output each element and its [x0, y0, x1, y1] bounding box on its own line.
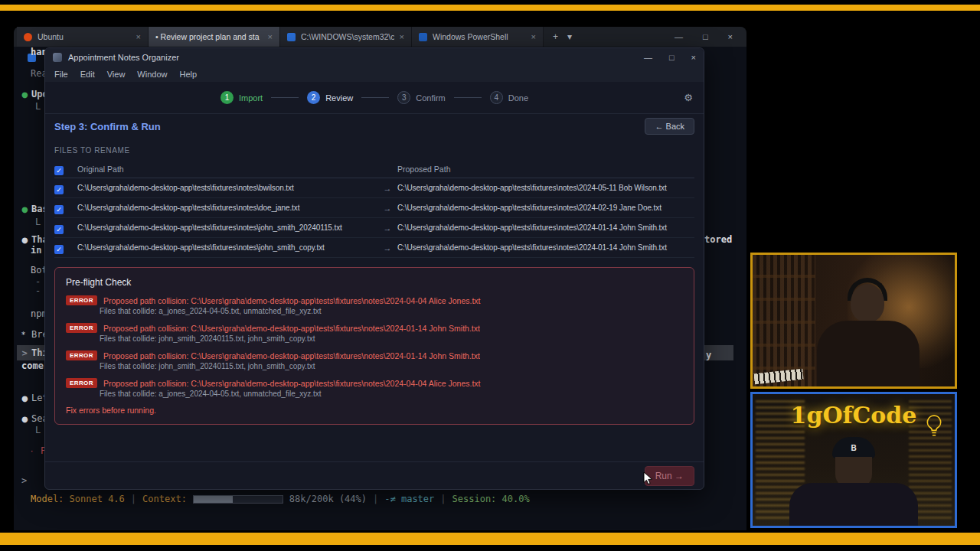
table-header: ✓ Original Path Proposed Path — [54, 160, 694, 178]
session-usage: Session: 40.0% — [452, 494, 530, 504]
proposed-path: C:\Users\graha\demo-desktop-app\tests\fi… — [397, 204, 694, 212]
error-item: ERRORProposed path collision: C:\Users\g… — [66, 295, 683, 315]
stream-frame-top — [0, 5, 980, 11]
terminal-statusbar: Model: Sonnet 4.6 | Context: 88k/200k (4… — [31, 494, 530, 504]
menu-item-edit[interactable]: Edit — [74, 70, 101, 79]
row-checkbox[interactable]: ✓ — [54, 245, 64, 254]
organizer-footer: Run → — [45, 461, 704, 489]
arrow-icon: → — [377, 204, 397, 213]
context-usage: 88k/200k (44%) — [289, 494, 367, 504]
row-checkbox[interactable]: ✓ — [54, 185, 64, 194]
menu-item-file[interactable]: File — [48, 70, 74, 79]
streamer-body — [817, 321, 920, 389]
webcam-facecam-bottom: 1gOfCode B — [750, 392, 957, 528]
error-detail: Files that collide: john_smith_20240115.… — [100, 334, 683, 343]
powershell-tab-icon — [419, 33, 427, 41]
context-label: Context: — [142, 494, 187, 504]
row-checkbox[interactable]: ✓ — [54, 205, 64, 214]
arrow-icon: → — [377, 184, 397, 193]
error-badge: ERROR — [66, 323, 97, 333]
tab-close-icon[interactable]: × — [268, 32, 273, 41]
model-label: Model: Sonnet 4.6 — [31, 494, 125, 504]
tab-label: C:\WINDOWS\system32\cmd.e — [301, 32, 394, 41]
maximize-button[interactable]: □ — [669, 53, 675, 62]
terminal-text-fragment: L — [35, 425, 41, 435]
window-title: Appointment Notes Organizer — [68, 53, 179, 62]
original-path: C:\Users\graha\demo-desktop-app\tests\fi… — [77, 223, 377, 232]
organizer-titlebar[interactable]: Appointment Notes Organizer — □ × — [45, 48, 704, 67]
mouse-cursor — [642, 471, 655, 485]
terminal-minimize-button[interactable]: — — [675, 32, 683, 41]
table-row: ✓ C:\Users\graha\demo-desktop-app\tests\… — [54, 218, 694, 238]
close-button[interactable]: × — [691, 53, 696, 62]
tab-review-plan[interactable]: • Review project plan and sta × — [149, 27, 280, 47]
menu-item-window[interactable]: Window — [131, 70, 173, 79]
error-item: ERRORProposed path collision: C:\Users\g… — [66, 323, 683, 343]
error-message: Proposed path collision: C:\Users\graha\… — [103, 351, 480, 360]
step-done[interactable]: 4 Done — [490, 91, 528, 104]
error-detail: Files that collide: a_jones_2024-04-05.t… — [100, 307, 683, 315]
step-confirm[interactable]: 3 Confirm — [397, 91, 446, 104]
error-badge: ERROR — [66, 350, 97, 360]
branch-icon: -≠ — [384, 494, 395, 504]
new-tab-button[interactable]: + — [553, 31, 558, 42]
original-path: C:\Users\graha\demo-desktop-app\tests\fi… — [77, 184, 377, 192]
step-label: Done — [508, 93, 528, 103]
step-import[interactable]: 1 Import — [220, 91, 263, 104]
lightbulb-icon — [924, 414, 944, 439]
tab-close-icon[interactable]: × — [531, 32, 536, 41]
arrow-icon: → — [377, 243, 397, 253]
error-item: ERRORProposed path collision: C:\Users\g… — [66, 378, 683, 398]
step-circle: 2 — [307, 91, 320, 104]
tab-dropdown-button[interactable]: ▾ — [567, 31, 572, 42]
row-checkbox[interactable]: ✓ — [54, 225, 64, 234]
rename-table: ✓ Original Path Proposed Path ✓ C:\Users… — [54, 160, 694, 258]
terminal-text-fragment: L — [35, 101, 41, 112]
back-button[interactable]: ← Back — [645, 118, 694, 135]
streamer-head — [851, 284, 884, 322]
tab-label: • Review project plan and sta — [155, 32, 263, 41]
wizard-stepper: 1 Import 2 Review 3 Confirm 4 Done ⚙ — [45, 82, 704, 114]
tab-label: Ubuntu — [38, 32, 131, 41]
proposed-path: C:\Users\graha\demo-desktop-app\tests\fi… — [397, 223, 694, 232]
step-circle: 1 — [220, 91, 234, 104]
bookshelf — [753, 255, 815, 386]
error-detail: Files that collide: john_smith_20240115.… — [100, 362, 683, 370]
terminal-maximize-button[interactable]: □ — [703, 32, 708, 41]
tab-close-icon[interactable]: × — [400, 32, 404, 41]
step-label: Confirm — [416, 93, 446, 103]
tab-label: Windows PowerShell — [433, 32, 526, 41]
original-path: C:\Users\graha\demo-desktop-app\tests\fi… — [77, 243, 377, 252]
git-branch: -≠ master — [384, 494, 434, 504]
preflight-footer-note: Fix errors before running. — [66, 406, 683, 415]
step-review[interactable]: 2 Review — [307, 91, 353, 104]
select-all-checkbox[interactable]: ✓ — [54, 166, 64, 175]
tab-close-icon[interactable]: × — [136, 32, 141, 41]
context-progressbar — [193, 495, 283, 504]
menu-item-view[interactable]: View — [101, 70, 132, 79]
column-proposed-path: Proposed Path — [397, 165, 694, 174]
cmd-tab-icon — [287, 33, 296, 41]
menu-item-help[interactable]: Help — [173, 70, 203, 79]
tab-cmd[interactable]: C:\WINDOWS\system32\cmd.e × — [280, 27, 412, 47]
terminal-text-fragment: in — [31, 245, 41, 256]
tab-powershell[interactable]: Windows PowerShell × — [412, 27, 544, 47]
files-section-title: FILES TO RENAME — [54, 146, 130, 155]
settings-gear-icon[interactable]: ⚙ — [684, 92, 693, 103]
arrow-icon: → — [377, 223, 397, 233]
menubar: File Edit View Window Help — [45, 67, 704, 82]
step-label: Import — [239, 93, 263, 103]
error-item: ERRORProposed path collision: C:\Users\g… — [66, 350, 683, 370]
terminal-close-button[interactable]: × — [728, 32, 733, 41]
separator: | — [373, 494, 378, 504]
error-message: Proposed path collision: C:\Users\graha\… — [103, 296, 481, 305]
separator: | — [131, 494, 136, 504]
stream-frame-bottom — [0, 533, 980, 545]
tab-ubuntu[interactable]: Ubuntu × — [17, 27, 149, 47]
context-progress-fill — [194, 496, 233, 503]
terminal-prompt: > — [21, 475, 27, 486]
terminal-text-fragment: come — [21, 360, 44, 371]
preflight-panel: Pre-flight Check ERRORProposed path coll… — [54, 267, 694, 425]
minimize-button[interactable]: — — [644, 53, 652, 62]
error-badge: ERROR — [66, 295, 97, 305]
